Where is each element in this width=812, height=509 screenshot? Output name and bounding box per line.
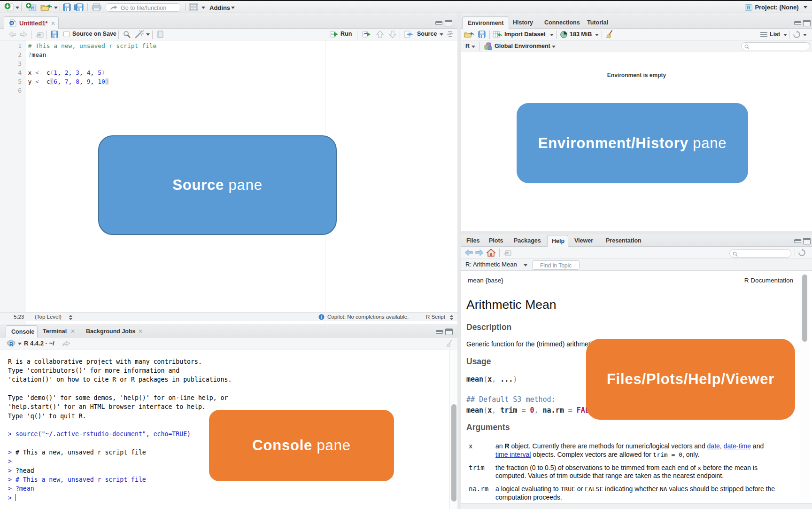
load-workspace-icon[interactable] [464, 31, 474, 38]
help-home-icon[interactable] [487, 249, 495, 257]
tab-close-icon[interactable]: ✕ [51, 20, 55, 27]
code-tools-dropdown[interactable] [146, 33, 150, 36]
help-topic-dropdown[interactable] [524, 264, 527, 266]
new-project-button[interactable]: R [25, 2, 37, 12]
clear-console-broom-icon[interactable] [446, 340, 454, 348]
print-button[interactable] [92, 3, 101, 11]
memory-usage-button[interactable]: 183 MiB [570, 31, 592, 38]
tab-untitled1[interactable]: R Untitled1* ✕ [4, 16, 59, 29]
tab-viewer[interactable]: Viewer [574, 237, 593, 244]
find-in-topic-input[interactable]: Find in Topic [532, 260, 580, 270]
tab-packages[interactable]: Packages [514, 237, 541, 244]
help-back-icon[interactable] [464, 249, 473, 256]
import-dataset-dropdown[interactable] [550, 34, 554, 36]
r-logo-icon[interactable]: R [7, 340, 15, 347]
minimize-console-icon[interactable] [436, 330, 443, 334]
help-link[interactable]: time interval [495, 451, 531, 458]
minimize-environment-icon[interactable] [794, 21, 801, 25]
run-icon[interactable] [330, 31, 339, 38]
scope-selector[interactable]: (Top Level) [35, 314, 62, 320]
find-icon[interactable] [123, 31, 131, 38]
console-scrollbar-thumb[interactable] [451, 404, 456, 501]
open-file-button[interactable] [40, 3, 53, 11]
addins-dropdown[interactable] [231, 7, 235, 9]
source-file-icon[interactable] [404, 31, 414, 38]
open-new-window-icon[interactable] [36, 31, 44, 38]
tab-console[interactable]: Console [6, 325, 38, 337]
tab-tutorial[interactable]: Tutorial [587, 19, 608, 26]
rerun-icon[interactable] [362, 31, 371, 38]
help-forward-icon[interactable] [475, 249, 484, 256]
tab-terminal[interactable]: Terminal [43, 328, 67, 335]
toolbar-separator [105, 3, 105, 11]
tab-jobs-close-icon[interactable]: ✕ [138, 328, 143, 335]
new-file-button[interactable] [4, 2, 14, 12]
help-scrollbar[interactable] [800, 271, 809, 503]
list-view-dropdown[interactable] [783, 34, 787, 36]
refresh-help-icon[interactable] [798, 249, 806, 257]
project-selector[interactable]: R Project: (None) [755, 3, 807, 11]
environment-selector-dropdown[interactable] [552, 46, 556, 48]
maximize-environment-icon[interactable] [803, 20, 811, 26]
tab-environment[interactable]: Environment [462, 16, 509, 29]
editor-code-line: y <- c(6, 7, 8, 9, 10) [28, 77, 157, 86]
nav-back-forward-icons[interactable] [8, 31, 27, 38]
tab-connections[interactable]: Connections [544, 19, 580, 26]
new-file-dropdown[interactable] [15, 7, 19, 9]
toolbar-separator [357, 31, 357, 39]
go-next-section-icon[interactable] [388, 30, 397, 39]
environment-selector[interactable]: Global Environment [495, 43, 550, 49]
list-view-button[interactable]: List [770, 31, 780, 38]
language-selector[interactable]: R [465, 43, 470, 49]
source-button[interactable]: Source [417, 31, 437, 37]
tab-files[interactable]: Files [466, 237, 480, 244]
open-in-window-icon[interactable] [62, 340, 70, 346]
clear-environment-broom-icon[interactable] [606, 30, 614, 39]
minimize-help-icon[interactable] [794, 239, 801, 243]
run-button[interactable]: Run [340, 31, 352, 37]
save-workspace-icon[interactable] [478, 31, 486, 38]
pane-layout-dropdown[interactable] [201, 7, 205, 9]
r-version-dropdown[interactable] [18, 343, 22, 345]
help-argument-description: a logical evaluating to TRUE or FALSE in… [495, 485, 775, 501]
help-popout-icon[interactable] [503, 249, 511, 256]
tab-help[interactable]: Help [547, 235, 568, 247]
file-type-selector[interactable]: R Script [426, 314, 445, 320]
help-link[interactable]: date [707, 442, 720, 450]
help-link[interactable]: date-time [724, 442, 751, 450]
refresh-environment-icon[interactable] [793, 31, 801, 39]
maximize-help-icon[interactable] [803, 238, 811, 244]
language-dropdown[interactable] [472, 46, 475, 48]
maximize-source-icon[interactable] [445, 20, 452, 26]
import-dataset-icon[interactable] [493, 31, 503, 39]
refresh-dropdown[interactable] [803, 34, 807, 36]
code-tools-wand-icon[interactable] [134, 30, 145, 39]
addins-button[interactable]: Addins [209, 4, 230, 11]
minimize-source-icon[interactable] [435, 21, 442, 25]
console-scrollbar[interactable] [449, 350, 457, 509]
go-prev-section-icon[interactable] [376, 30, 384, 39]
tab-presentation[interactable]: Presentation [606, 237, 642, 244]
tab-history[interactable]: History [513, 19, 533, 26]
tab-plots[interactable]: Plots [489, 237, 503, 244]
document-outline-icon[interactable] [447, 31, 454, 38]
compile-report-icon[interactable] [157, 31, 163, 38]
source-on-save-checkbox[interactable] [63, 31, 70, 37]
tab-background-jobs[interactable]: Background Jobs [86, 328, 136, 335]
tab-terminal-close-icon[interactable]: ✕ [70, 328, 75, 335]
save-button[interactable] [63, 3, 71, 11]
memory-dropdown[interactable] [595, 34, 599, 36]
save-source-icon[interactable] [51, 31, 58, 38]
goto-file-input[interactable]: Go to file/function [106, 3, 180, 12]
source-dropdown[interactable] [440, 33, 443, 36]
open-file-dropdown[interactable] [54, 7, 58, 9]
help-search-input[interactable] [729, 249, 791, 258]
help-topic-selector[interactable]: R: Arithmetic Mean [465, 261, 517, 268]
import-dataset-button[interactable]: Import Dataset [504, 31, 546, 38]
environment-search-input[interactable] [741, 42, 810, 51]
pane-layout-button[interactable] [189, 3, 198, 11]
help-scrollbar-thumb[interactable] [802, 274, 807, 342]
save-all-button[interactable] [74, 3, 84, 11]
maximize-console-icon[interactable] [445, 329, 453, 335]
environment-subtoolbar: R Global Environment [461, 40, 812, 52]
